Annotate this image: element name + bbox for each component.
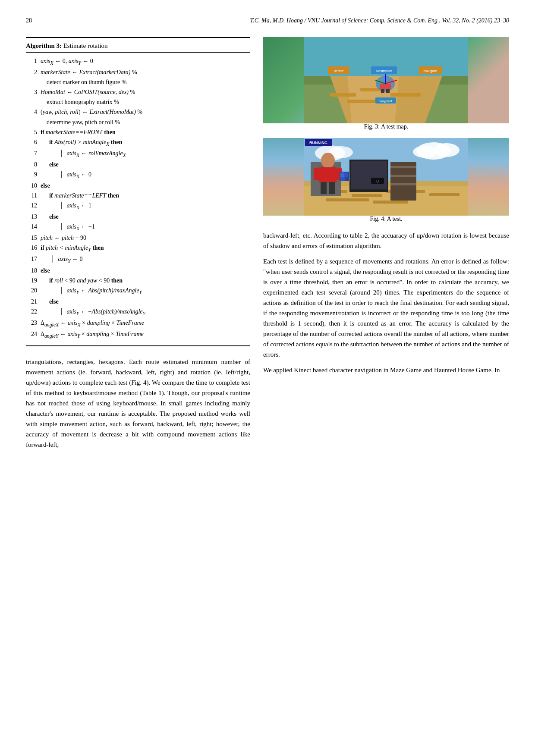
- line-num-12: 12: [26, 201, 37, 210]
- svg-text:0: 0: [376, 179, 378, 183]
- right-paragraph-3: We applied Kinect based character naviga…: [263, 365, 509, 375]
- line-content-2: markerState ← Extract(markerData) % dete…: [41, 67, 250, 87]
- line-num-20: 20: [26, 285, 37, 295]
- svg-rect-53: [390, 175, 416, 177]
- algo-line-10: 10 else: [26, 181, 250, 191]
- line-num-14: 14: [26, 222, 37, 232]
- main-content: Algorithm 3: Estimate rotation 1 axisX ←…: [26, 37, 509, 730]
- line-num-11: 11: [26, 191, 37, 201]
- line-num-24: 24: [26, 329, 37, 339]
- algo-line-13: 13 else: [26, 212, 250, 222]
- line-content-4: (yaw, pitch, roll) ← Extract(HomoMat) % …: [41, 107, 250, 127]
- line-num-21: 21: [26, 297, 37, 307]
- algo-line-15: 15 pitch ← pitch + 90: [26, 233, 250, 243]
- svg-point-27: [413, 146, 437, 158]
- svg-rect-44: [329, 182, 335, 194]
- svg-rect-48: [340, 177, 345, 181]
- line-content-20: │ axisY ← Abs(pitch)/maxAngleY: [41, 285, 250, 297]
- algorithm-box: Algorithm 3: Estimate rotation 1 axisX ←…: [26, 37, 250, 346]
- line-content-8: else: [41, 160, 250, 169]
- svg-rect-40: [319, 167, 337, 182]
- line-content-1: axisX ← 0, axisY ← 0: [41, 56, 250, 67]
- line-content-13: else: [41, 212, 250, 222]
- line-content-12: │ axisX ← 1: [41, 201, 250, 212]
- algo-line-1: 1 axisX ← 0, axisY ← 0: [26, 56, 250, 67]
- algo-line-5: 5 if markerState==FRONT then: [26, 127, 250, 137]
- right-paragraph-1: backward-left, etc. According to table 2…: [263, 230, 509, 251]
- algorithm-name: Estimate rotation: [62, 42, 108, 49]
- line-num-4: 4: [26, 107, 37, 117]
- algo-line-24: 24 ΔangleY ← axisY × dampling × TimeFram…: [26, 329, 250, 340]
- svg-rect-47: [344, 173, 348, 177]
- algo-line-21: 21 else: [26, 297, 250, 307]
- line-num-2: 2: [26, 67, 37, 77]
- line-content-3: HomoMat ← CoPOSIT(source, des) % extract…: [41, 87, 250, 107]
- algo-line-16: 16 if pitch < minAngleY then: [26, 243, 250, 254]
- algo-line-8: 8 else: [26, 160, 250, 169]
- line-content-22: │ axisY ← −Abs(pitch)/maxAngleY: [41, 307, 250, 318]
- line-content-19: if roll < 90 and yaw < 90 then: [41, 276, 250, 285]
- line-num-10: 10: [26, 181, 37, 191]
- algo-line-18: 18 else: [26, 266, 250, 276]
- line-content-5: if markerState==FRONT then: [41, 127, 250, 137]
- algo-line-22: 22 │ axisY ← −Abs(pitch)/maxAngleY: [26, 307, 250, 318]
- svg-rect-52: [390, 166, 416, 168]
- line-content-17: │ axisY ← 0: [41, 254, 250, 265]
- line-num-17: 17: [26, 254, 37, 264]
- algo-line-6: 6 if Abs(roll) > minAngleX then: [26, 137, 250, 148]
- svg-point-39: [321, 153, 335, 168]
- line-num-5: 5: [26, 127, 37, 137]
- algo-line-4: 4 (yaw, pitch, roll) ← Extract(HomoMat) …: [26, 107, 250, 127]
- right-column: Iterate Restriction Navigate: [263, 37, 509, 730]
- svg-text:RUNNING: RUNNING: [309, 141, 327, 145]
- figure-4-image: 0 RUNNING: [263, 138, 509, 216]
- svg-rect-16: [380, 84, 391, 89]
- left-column: Algorithm 3: Estimate rotation 1 axisX ←…: [26, 37, 250, 730]
- left-paragraph-1: triangulations, rectangles, hexagons. Ea…: [26, 357, 250, 450]
- line-content-24: ΔangleY ← axisY × dampling × TimeFrame: [41, 329, 250, 340]
- svg-rect-43: [321, 182, 327, 194]
- figure-3-container: Iterate Restriction Navigate: [263, 37, 509, 130]
- algo-line-23: 23 ΔangleX ← axisX × dampling × TimeFram…: [26, 318, 250, 329]
- algo-line-3: 3 HomoMat ← CoPOSIT(source, des) % extra…: [26, 87, 250, 107]
- svg-rect-7: [390, 93, 421, 97]
- algo-line-12: 12 │ axisX ← 1: [26, 201, 250, 212]
- line-num-18: 18: [26, 266, 37, 276]
- line-num-13: 13: [26, 212, 37, 222]
- line-num-1: 1: [26, 56, 37, 66]
- figure-4-container: 0 RUNNING Fig. 4: A test.: [263, 138, 509, 223]
- algorithm-label: Algorithm 3:: [26, 42, 62, 49]
- line-content-6: if Abs(roll) > minAngleX then: [41, 137, 250, 148]
- page-number: 28: [26, 17, 32, 24]
- line-content-16: if pitch < minAngleY then: [41, 243, 250, 254]
- line-num-7: 7: [26, 148, 37, 158]
- svg-rect-41: [314, 168, 320, 180]
- journal-info: T.C. Ma, M.D. Hoang / VNU Journal of Sci…: [250, 17, 509, 24]
- algorithm-title: Algorithm 3: Estimate rotation: [26, 42, 250, 53]
- algo-line-20: 20 │ axisY ← Abs(pitch)/maxAngleY: [26, 285, 250, 297]
- svg-rect-54: [390, 183, 416, 185]
- line-content-14: │ axisX ← −1: [41, 222, 250, 233]
- line-num-16: 16: [26, 243, 37, 253]
- line-num-15: 15: [26, 233, 37, 243]
- svg-rect-36: [326, 198, 369, 201]
- algo-line-19: 19 if roll < 90 and yaw < 90 then: [26, 276, 250, 285]
- line-num-19: 19: [26, 276, 37, 285]
- line-content-11: if markerState==LEFT then: [41, 191, 250, 201]
- svg-text:Navigate: Navigate: [423, 69, 437, 73]
- line-num-3: 3: [26, 87, 37, 97]
- svg-rect-17: [381, 89, 384, 93]
- line-content-10: else: [41, 181, 250, 191]
- figure-4-caption: Fig. 4: A test.: [263, 216, 509, 223]
- algo-line-2: 2 markerState ← Extract(markerData) % de…: [26, 67, 250, 87]
- figure-3-image: Iterate Restriction Navigate: [263, 37, 509, 123]
- line-num-22: 22: [26, 307, 37, 317]
- line-num-8: 8: [26, 160, 37, 169]
- algo-line-7: 7 │ axisX ← roll/maxAngleX: [26, 148, 250, 160]
- algo-line-11: 11 if markerState==LEFT then: [26, 191, 250, 201]
- svg-rect-35: [429, 193, 459, 196]
- algorithm-lines: 1 axisX ← 0, axisY ← 0 2 markerState ← E…: [26, 56, 250, 340]
- svg-rect-33: [352, 194, 382, 197]
- line-num-9: 9: [26, 169, 37, 179]
- line-content-18: else: [41, 266, 250, 276]
